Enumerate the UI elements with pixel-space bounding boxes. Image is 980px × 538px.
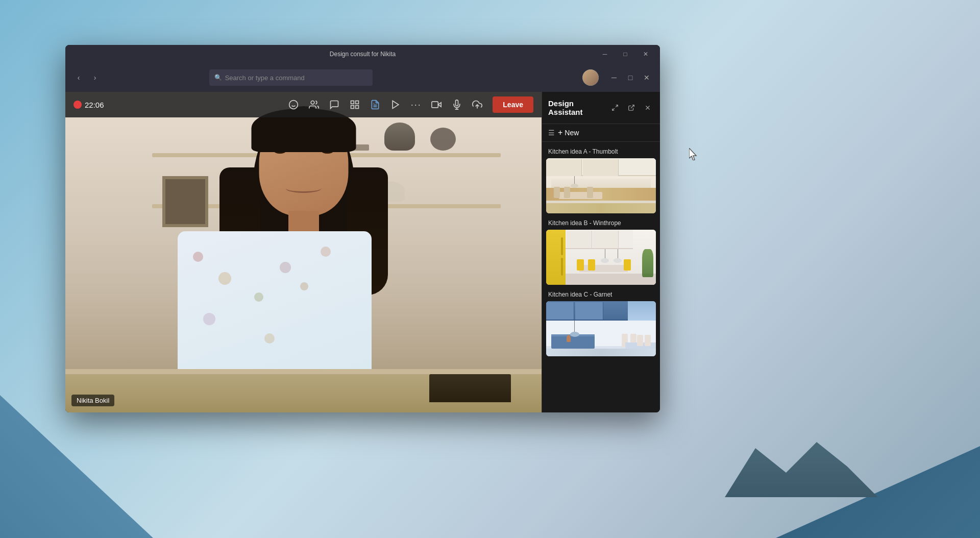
panel-new-bar: ☰ + New xyxy=(542,124,660,142)
svg-marker-21 xyxy=(689,148,696,160)
panel-header: Design Assistant xyxy=(542,92,660,124)
desk xyxy=(65,369,542,412)
minimize-window-btn[interactable]: ─ xyxy=(597,48,613,60)
maximize-window-btn[interactable]: □ xyxy=(617,48,633,60)
person-container xyxy=(171,92,436,412)
meeting-controls-bar: 22:06 xyxy=(65,92,542,117)
svg-line-18 xyxy=(631,105,634,108)
svg-line-16 xyxy=(616,105,618,107)
notes-btn[interactable] xyxy=(366,95,384,114)
topbar-close-btn[interactable]: ✕ xyxy=(640,70,654,85)
recording-indicator: 22:06 xyxy=(74,101,104,109)
kitchen-thumbnail-a xyxy=(546,158,656,213)
kitchen-thumbnail-b xyxy=(546,230,656,285)
nav-forward-btn[interactable]: › xyxy=(88,70,102,85)
more-btn[interactable]: ··· xyxy=(407,95,425,114)
leave-btn[interactable]: Leave xyxy=(493,96,533,113)
svg-line-17 xyxy=(612,108,615,110)
kitchen-item-c[interactable]: Kitchen idea C - Garnet xyxy=(546,291,656,356)
close-window-btn[interactable]: ✕ xyxy=(638,48,654,60)
panel-popout-btn[interactable] xyxy=(625,102,638,114)
svg-rect-5 xyxy=(356,101,359,104)
title-bar-controls: ─ □ ✕ xyxy=(597,48,654,60)
nav-arrows: ‹ › xyxy=(71,70,102,85)
topbar-maximize-btn[interactable]: □ xyxy=(623,70,638,85)
search-icon: 🔍 xyxy=(214,74,222,81)
controls-right: ··· xyxy=(284,95,533,114)
topbar-minimize-btn[interactable]: ─ xyxy=(607,70,621,85)
participants-btn[interactable] xyxy=(305,95,323,114)
design-panel: Design Assistant xyxy=(542,92,660,412)
mouse-cursor xyxy=(689,148,699,162)
svg-rect-7 xyxy=(356,106,359,109)
video-area: 22:06 xyxy=(65,92,542,412)
share-btn[interactable] xyxy=(468,95,486,114)
title-bar: Design consult for Nikita ─ □ ✕ xyxy=(65,45,660,63)
reactions-btn[interactable] xyxy=(284,95,303,114)
svg-rect-6 xyxy=(351,106,354,109)
kitchen-item-a[interactable]: Kitchen idea A - Thumbolt xyxy=(546,148,656,213)
meeting-area: 22:06 xyxy=(65,92,660,412)
nav-back-btn[interactable]: ‹ xyxy=(71,70,86,85)
camera-btn[interactable] xyxy=(427,95,446,114)
avatar[interactable] xyxy=(582,69,599,86)
teams-topbar: ‹ › 🔍 Search or type a command ─ □ ✕ xyxy=(65,63,660,92)
teams-window: Design consult for Nikita ─ □ ✕ ‹ › 🔍 Se… xyxy=(65,45,660,412)
kitchen-item-b[interactable]: Kitchen idea B - Winthrope xyxy=(546,219,656,285)
svg-marker-11 xyxy=(438,103,442,107)
window-title: Design consult for Nikita xyxy=(330,51,396,58)
rec-dot xyxy=(74,101,82,109)
kitchen-item-a-title: Kitchen idea A - Thumbolt xyxy=(546,148,656,155)
chat-btn[interactable] xyxy=(325,95,344,114)
menu-icon[interactable]: ☰ xyxy=(548,129,555,137)
search-bar[interactable]: 🔍 Search or type a command xyxy=(209,69,373,86)
kitchen-thumbnail-c xyxy=(546,301,656,356)
avatar-image xyxy=(582,69,599,86)
svg-rect-4 xyxy=(351,101,354,104)
svg-point-3 xyxy=(311,101,314,105)
participant-name-label: Nikita Bokil xyxy=(71,395,114,406)
new-label: New xyxy=(565,129,579,137)
search-text: Search or type a command xyxy=(225,74,305,82)
panel-content: Kitchen idea A - Thumbolt xyxy=(542,142,660,412)
new-btn[interactable]: + New xyxy=(558,128,579,137)
svg-marker-10 xyxy=(393,101,399,109)
svg-rect-12 xyxy=(432,102,438,108)
rooms-btn[interactable] xyxy=(346,95,364,114)
mic-btn[interactable] xyxy=(448,95,466,114)
video-feed: Nikita Bokil xyxy=(65,92,542,412)
panel-close-btn[interactable] xyxy=(642,102,654,114)
meeting-timer: 22:06 xyxy=(85,101,104,109)
svg-point-0 xyxy=(289,101,298,109)
play-btn[interactable] xyxy=(386,95,405,114)
panel-expand-btn[interactable] xyxy=(609,102,621,114)
bg-mountains xyxy=(725,436,878,497)
plus-icon: + xyxy=(558,128,562,137)
kitchen-item-b-title: Kitchen idea B - Winthrope xyxy=(546,219,656,227)
kitchen-item-c-title: Kitchen idea C - Garnet xyxy=(546,291,656,298)
laptop xyxy=(429,374,511,402)
panel-title: Design Assistant xyxy=(548,99,605,116)
